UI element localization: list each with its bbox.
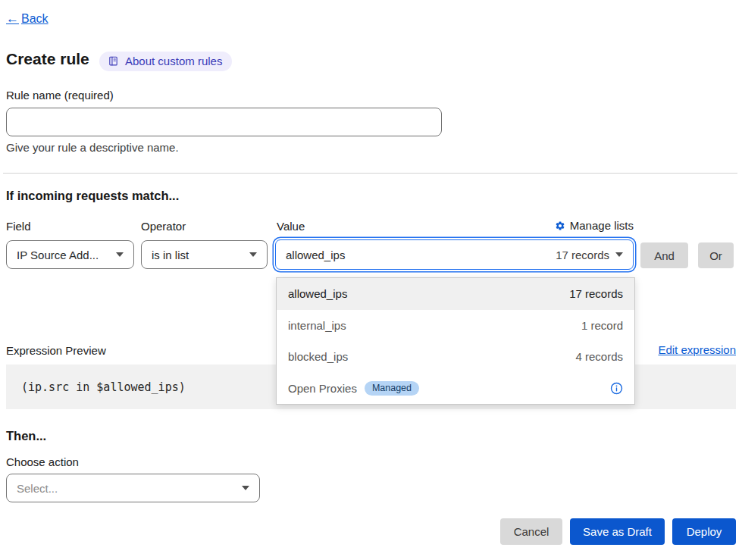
- chevron-down-icon: [615, 252, 623, 257]
- list-item-blocked-ips[interactable]: blocked_ips 4 records: [277, 341, 634, 373]
- and-button[interactable]: And: [640, 242, 688, 268]
- field-column-label: Field: [6, 220, 31, 233]
- book-icon: [108, 55, 119, 67]
- list-item-records: 1 record: [581, 319, 623, 332]
- section-divider: [3, 173, 737, 174]
- operator-select-value: is in list: [152, 249, 189, 261]
- list-item-records: 4 records: [575, 350, 623, 363]
- list-item-allowed-ips[interactable]: allowed_ips 17 records: [277, 278, 634, 310]
- back-link-label: Back: [21, 12, 49, 26]
- choose-action-label: Choose action: [6, 455, 79, 468]
- deploy-button[interactable]: Deploy: [672, 518, 736, 545]
- list-item-name: blocked_ips: [288, 350, 348, 363]
- action-select[interactable]: Select...: [6, 474, 260, 502]
- edit-expression-link[interactable]: Edit expression: [658, 343, 736, 356]
- list-item-name: internal_ips: [288, 319, 346, 332]
- gear-icon: [555, 221, 565, 231]
- back-link[interactable]: ←Back: [6, 11, 49, 27]
- or-button[interactable]: Or: [698, 242, 734, 268]
- chevron-down-icon: [242, 486, 249, 490]
- manage-lists-link[interactable]: Manage lists: [555, 219, 634, 232]
- chevron-down-icon: [116, 252, 124, 257]
- list-item-internal-ips[interactable]: internal_ips 1 record: [277, 310, 634, 342]
- field-select[interactable]: IP Source Add...: [6, 240, 134, 269]
- expression-code: (ip.src in $allowed_ips): [21, 380, 186, 394]
- list-item-name: allowed_ips: [288, 287, 347, 300]
- chevron-down-icon: [249, 252, 257, 257]
- list-item-name: Open Proxies: [288, 382, 357, 395]
- rule-name-helper: Give your rule a descriptive name.: [6, 141, 179, 154]
- managed-badge: Managed: [365, 381, 419, 396]
- operator-column-label: Operator: [141, 220, 186, 233]
- page-title: Create rule: [6, 50, 89, 68]
- field-select-value: IP Source Add...: [17, 249, 99, 261]
- about-badge-label: About custom rules: [125, 55, 222, 67]
- value-column-label: Value: [277, 220, 305, 233]
- action-select-placeholder: Select...: [17, 482, 58, 495]
- value-dropdown-menu: allowed_ips 17 records internal_ips 1 re…: [276, 277, 635, 405]
- about-custom-rules-badge[interactable]: About custom rules: [99, 52, 232, 71]
- value-select-records: 17 records: [556, 249, 609, 261]
- back-arrow-icon: ←: [6, 11, 19, 27]
- list-item-records: 17 records: [569, 287, 623, 300]
- list-item-open-proxies[interactable]: Open Proxies Managed: [277, 373, 634, 405]
- value-select[interactable]: allowed_ips 17 records: [275, 239, 634, 270]
- operator-select[interactable]: is in list: [141, 240, 268, 269]
- create-rule-page: ←Back Create rule About custom rules Rul…: [0, 0, 742, 560]
- cancel-button[interactable]: Cancel: [500, 518, 562, 545]
- expression-preview-label: Expression Preview: [6, 344, 106, 357]
- match-section-heading: If incoming requests match...: [6, 189, 179, 203]
- then-section-heading: Then...: [6, 429, 46, 443]
- manage-lists-label: Manage lists: [570, 219, 634, 232]
- rule-name-label: Rule name (required): [6, 89, 114, 102]
- value-select-name: allowed_ips: [286, 249, 345, 261]
- rule-name-input[interactable]: [6, 108, 442, 136]
- save-as-draft-button[interactable]: Save as Draft: [570, 518, 665, 545]
- info-icon[interactable]: [610, 382, 623, 395]
